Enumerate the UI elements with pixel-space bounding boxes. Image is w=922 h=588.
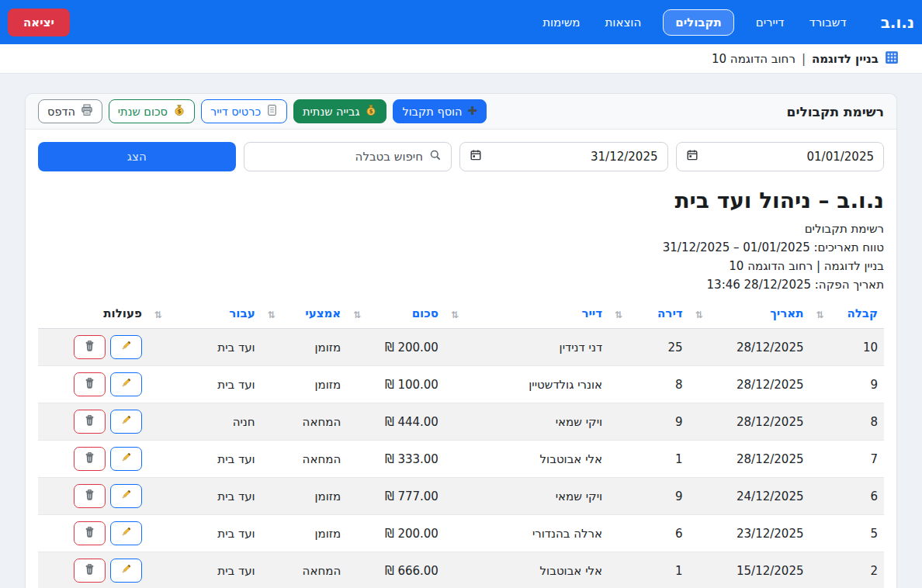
- cell-tenant: ארלה בהנדורי: [445, 515, 608, 552]
- pencil-icon: [120, 340, 132, 355]
- nav-item-tasks[interactable]: משימות: [539, 10, 583, 35]
- pencil-icon: [120, 563, 132, 578]
- cell-purpose: ועד בית: [148, 515, 262, 552]
- delete-receipt-button[interactable]: [74, 559, 106, 583]
- date-to-input[interactable]: 31/12/2025: [459, 142, 668, 171]
- cell-tenant: אלי אבוטבול: [445, 441, 608, 478]
- add-receipt-button[interactable]: ✚ הוסף תקבול: [393, 99, 487, 123]
- search-input[interactable]: חיפוש בטבלה: [244, 142, 452, 171]
- edit-receipt-button[interactable]: [110, 447, 142, 471]
- cell-apartment: 25: [608, 329, 689, 366]
- column-header-receipt[interactable]: קבלה⇅: [809, 299, 884, 329]
- sort-icon: ⇅: [615, 310, 622, 320]
- cell-apartment: 1: [608, 441, 689, 478]
- sort-icon: ⇅: [816, 310, 823, 320]
- table-row: 5 23/12/2025 6 ארלה בהנדורי 200.00 ₪ מזו…: [38, 515, 884, 552]
- edit-receipt-button[interactable]: [110, 410, 142, 434]
- edit-receipt-button[interactable]: [110, 372, 142, 396]
- column-header-amount[interactable]: סכום⇅: [347, 299, 445, 329]
- sort-icon: ⇅: [268, 310, 276, 320]
- cell-actions: [38, 478, 148, 515]
- column-header-method[interactable]: אמצעי⇅: [262, 299, 348, 329]
- toolbar: ✚ הוסף תקבול $ גבייה שנתית: [38, 99, 487, 123]
- card-header: רשימת תקבולים ✚ הוסף תקבול $ גבייה שנתית: [26, 94, 896, 130]
- column-header-date[interactable]: תאריך⇅: [689, 299, 810, 329]
- delete-receipt-button[interactable]: [74, 484, 106, 508]
- trash-icon: [84, 340, 95, 355]
- cell-actions: [38, 403, 148, 441]
- date-from-input[interactable]: 01/01/2025: [676, 142, 885, 171]
- date-from-value: 01/01/2025: [807, 150, 874, 164]
- cell-amount: 200.00 ₪: [347, 329, 445, 366]
- report-header: נ.ו.ב – ניהול ועד בית רשימת תקבולים טווח…: [38, 188, 884, 294]
- edit-receipt-button[interactable]: [110, 559, 142, 583]
- cell-date: 28/12/2025: [689, 403, 810, 441]
- trash-icon: [84, 526, 95, 541]
- edit-receipt-button[interactable]: [110, 521, 142, 545]
- trash-icon: [84, 377, 95, 392]
- report-subtitle: רשימת תקבולים: [38, 220, 884, 238]
- cell-actions: [38, 441, 148, 478]
- cell-actions: [38, 329, 148, 366]
- cell-method: מזומן: [262, 329, 348, 366]
- report-date-range: טווח תאריכים: 01/01/2025 – 31/12/2025: [38, 238, 884, 257]
- column-header-apartment[interactable]: דירה⇅: [608, 299, 689, 329]
- sort-icon: ⇅: [695, 310, 703, 320]
- cell-receipt: 10: [809, 329, 884, 366]
- breadcrumb: בניין לדוגמה | רחוב הדוגמה 10: [0, 44, 922, 74]
- main-content: רשימת תקבולים ✚ הוסף תקבול $ גבייה שנתית: [25, 74, 897, 588]
- column-header-purpose[interactable]: עבור⇅: [148, 299, 262, 329]
- nav-item-expenses[interactable]: הוצאות: [601, 10, 644, 35]
- cell-method: המחאה: [262, 552, 348, 588]
- report-title: נ.ו.ב – ניהול ועד בית: [38, 188, 884, 213]
- receipts-table-body: 10 28/12/2025 25 דני דנידין 200.00 ₪ מזו…: [38, 329, 884, 588]
- pencil-icon: [120, 526, 132, 541]
- cell-receipt: 8: [809, 403, 884, 441]
- print-label: הדפס: [47, 105, 75, 118]
- edit-receipt-button[interactable]: [110, 484, 142, 508]
- annual-collection-button[interactable]: $ גבייה שנתית: [293, 99, 386, 123]
- search-icon: [429, 149, 442, 164]
- cell-method: המחאה: [262, 441, 348, 478]
- nav-item-receipts[interactable]: תקבולים: [663, 9, 734, 36]
- pencil-icon: [120, 414, 132, 429]
- cell-apartment: 6: [608, 515, 689, 552]
- table-row: 9 28/12/2025 8 אונרי גולדשטיין 100.00 ₪ …: [38, 366, 884, 403]
- delete-receipt-button[interactable]: [74, 447, 106, 471]
- table-row: 8 28/12/2025 9 ויקי שמאי 444.00 ₪ המחאה …: [38, 403, 884, 441]
- show-button[interactable]: הצג: [38, 142, 236, 171]
- nav-item-dashboard[interactable]: דשבורד: [806, 10, 849, 35]
- cell-purpose: ועד בית: [148, 441, 262, 478]
- brand-logo[interactable]: נ.ו.ב: [881, 13, 914, 32]
- receipts-card: רשימת תקבולים ✚ הוסף תקבול $ גבייה שנתית: [25, 93, 897, 588]
- edit-receipt-button[interactable]: [110, 335, 142, 359]
- receipts-table: קבלה⇅ תאריך⇅ דירה⇅ דייר⇅ סכום⇅ אמצעי⇅ עב…: [38, 299, 884, 588]
- cell-apartment: 1: [608, 552, 689, 588]
- delete-receipt-button[interactable]: [74, 410, 106, 434]
- column-header-actions: פעולות: [38, 299, 148, 329]
- cell-amount: 333.00 ₪: [347, 441, 445, 478]
- trash-icon: [84, 414, 95, 429]
- cell-receipt: 2: [809, 552, 884, 588]
- delete-receipt-button[interactable]: [74, 372, 106, 396]
- cell-method: מזומן: [262, 366, 348, 403]
- tenant-card-button[interactable]: כרטיס דייר: [201, 99, 287, 123]
- cell-receipt: 7: [809, 441, 884, 478]
- sort-icon: ⇅: [451, 310, 459, 320]
- trash-icon: [84, 489, 95, 503]
- table-row: 2 15/12/2025 1 אלי אבוטבול 666.00 ₪ המחא…: [38, 552, 884, 588]
- cell-amount: 666.00 ₪: [347, 552, 445, 588]
- cell-date: 28/12/2025: [689, 329, 810, 366]
- calendar-icon[interactable]: [686, 149, 698, 164]
- nav-item-tenants[interactable]: דיירים: [753, 10, 788, 35]
- top-navbar: נ.ו.ב דשבורד דיירים תקבולים הוצאות משימו…: [0, 0, 922, 44]
- logout-button[interactable]: יציאה: [8, 9, 70, 36]
- delete-receipt-button[interactable]: [74, 521, 106, 545]
- trash-icon: [84, 451, 95, 466]
- column-header-tenant[interactable]: דייר⇅: [445, 299, 608, 329]
- annual-sum-button[interactable]: $ סכום שנתי: [109, 99, 195, 123]
- document-icon: [266, 104, 278, 119]
- calendar-icon[interactable]: [470, 149, 482, 164]
- delete-receipt-button[interactable]: [74, 335, 106, 359]
- print-button[interactable]: הדפס: [38, 99, 102, 123]
